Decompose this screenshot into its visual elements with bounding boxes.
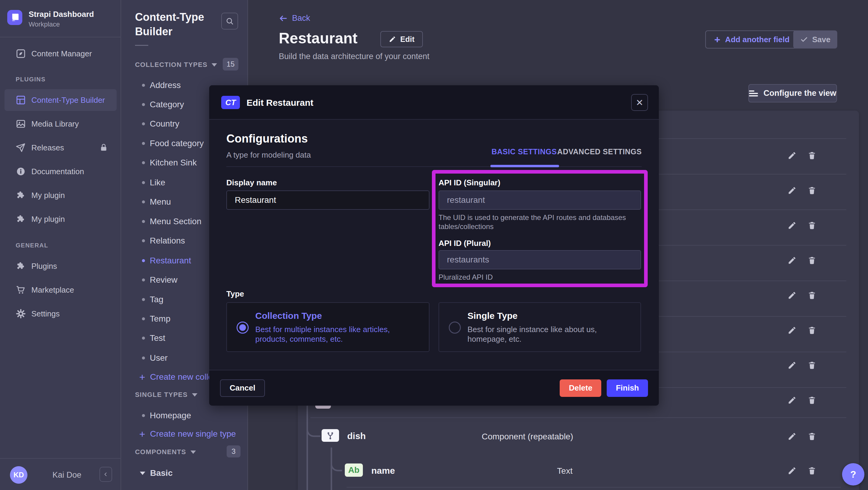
create-collection-type-link[interactable]: + Create new collection type <box>139 367 211 387</box>
item-label: Like <box>150 178 165 187</box>
trash-icon[interactable] <box>807 326 816 335</box>
row-actions <box>787 256 816 265</box>
sidebar-item-marketplace[interactable]: Marketplace <box>4 279 117 301</box>
chevron-left-icon <box>103 471 109 477</box>
single-types-header[interactable]: SINGLE TYPES <box>135 389 197 401</box>
page-title: Restaurant <box>279 30 358 47</box>
pencil-icon[interactable] <box>787 361 797 370</box>
cancel-button[interactable]: Cancel <box>220 379 265 397</box>
trash-icon[interactable] <box>807 151 816 160</box>
avatar[interactable]: KD <box>10 466 27 484</box>
radio-selected-icon[interactable] <box>237 321 249 334</box>
help-button[interactable]: ? <box>842 463 864 486</box>
radio-unselected-icon[interactable] <box>449 321 461 334</box>
pencil-icon[interactable] <box>787 221 797 230</box>
collection-count-badge: 15 <box>223 58 239 70</box>
collection-item-temp[interactable]: Temp <box>142 309 170 329</box>
trash-icon[interactable] <box>807 361 816 370</box>
pencil-icon[interactable] <box>787 256 797 265</box>
trash-icon[interactable] <box>807 432 816 441</box>
link-label: Create new collection type <box>150 372 211 382</box>
sidebar-item-releases[interactable]: Releases <box>4 137 117 158</box>
collection-item-relations[interactable]: Relations <box>142 231 185 250</box>
trash-icon[interactable] <box>807 221 816 230</box>
collection-item-review[interactable]: Review <box>142 270 178 289</box>
edit-label: Edit <box>400 35 414 44</box>
sidebar-item-documentation[interactable]: Documentation <box>4 161 117 182</box>
collection-item-address[interactable]: Address <box>142 75 181 95</box>
collection-item-test[interactable]: Test <box>142 329 165 348</box>
trash-icon[interactable] <box>807 396 816 405</box>
components-header[interactable]: COMPONENTS <box>135 446 196 458</box>
panel-title: Content-Type Builder <box>135 10 216 39</box>
tab-basic-settings[interactable]: BASIC SETTINGS <box>485 146 563 158</box>
item-label: Menu <box>150 197 171 207</box>
sidebar-item-label: Content-Type Builder <box>31 95 105 105</box>
nav-section-general: GENERAL <box>16 242 48 249</box>
collection-item-user[interactable]: User <box>142 348 167 368</box>
collapse-sidebar-button[interactable] <box>99 467 112 482</box>
nav-divider <box>0 37 121 37</box>
sidebar-item-settings[interactable]: Settings <box>4 303 117 325</box>
collection-item-country[interactable]: Country <box>142 114 179 133</box>
save-button[interactable]: Save <box>793 30 837 49</box>
collection-item-kitchen-sink[interactable]: Kitchen Sink <box>142 153 197 172</box>
component-icon <box>325 430 336 440</box>
bullet-icon <box>142 122 145 125</box>
collection-item-food-category[interactable]: Food category <box>142 134 204 153</box>
pencil-icon[interactable] <box>787 326 797 335</box>
collection-item-like[interactable]: Like <box>142 173 165 192</box>
pencil-icon[interactable] <box>787 186 797 195</box>
pencil-icon[interactable] <box>787 432 797 441</box>
trash-icon[interactable] <box>807 291 816 300</box>
row-divider <box>347 487 841 488</box>
collection-item-category[interactable]: Category <box>142 95 184 114</box>
sidebar-item-plugins[interactable]: Plugins <box>4 255 117 277</box>
sidebar-item-content-manager[interactable]: Content Manager <box>4 43 117 64</box>
close-button[interactable]: ✕ <box>631 94 648 111</box>
display-name-input[interactable] <box>226 190 430 210</box>
trash-icon[interactable] <box>807 186 816 195</box>
sidebar-item-my-plugin-1[interactable]: My plugin <box>4 184 117 206</box>
collection-item-menu[interactable]: Menu <box>142 192 171 212</box>
link-label: Create new single type <box>150 429 236 439</box>
single-item-homepage[interactable]: Homepage <box>142 406 191 425</box>
finish-button[interactable]: Finish <box>607 379 648 397</box>
tab-advanced-settings[interactable]: ADVANCED SETTINGS <box>554 146 645 158</box>
bullet-icon <box>142 337 145 340</box>
pencil-icon[interactable] <box>787 151 797 160</box>
collection-item-menu-section[interactable]: Menu Section <box>142 212 201 231</box>
strapi-logo <box>7 10 22 25</box>
bullet-icon <box>142 298 145 301</box>
bullet-icon <box>142 317 145 320</box>
component-group-basic[interactable]: Basic <box>140 463 173 483</box>
api-id-singular-input[interactable] <box>438 190 641 210</box>
delete-button[interactable]: Delete <box>560 379 601 397</box>
configure-view-button[interactable]: Configure the view <box>748 84 837 102</box>
sidebar-item-content-type-builder[interactable]: Content-Type Builder <box>4 89 117 111</box>
back-label: Back <box>292 13 310 23</box>
sidebar-item-my-plugin-2[interactable]: My plugin <box>4 208 117 230</box>
add-another-field-button[interactable]: + Add another field <box>705 30 799 49</box>
trash-icon[interactable] <box>807 256 816 265</box>
tree-line <box>307 404 308 490</box>
paper-plane-icon <box>16 143 26 153</box>
pencil-icon[interactable] <box>787 466 797 475</box>
collection-item-tag[interactable]: Tag <box>142 290 163 309</box>
search-button[interactable] <box>221 13 238 30</box>
pencil-icon[interactable] <box>787 396 797 405</box>
field-name: dish <box>347 431 366 441</box>
collection-type-card[interactable]: Collection Type Best for multiple instan… <box>226 302 430 352</box>
create-single-type-link[interactable]: + Create new single type <box>139 424 236 443</box>
api-id-plural-input[interactable] <box>438 250 641 269</box>
sidebar-item-media-library[interactable]: Media Library <box>4 113 117 135</box>
item-label: Category <box>150 100 184 110</box>
pencil-icon[interactable] <box>787 291 797 300</box>
back-link[interactable]: Back <box>279 13 310 23</box>
collection-types-label: COLLECTION TYPES <box>135 61 207 69</box>
trash-icon[interactable] <box>807 466 816 475</box>
collection-types-header[interactable]: COLLECTION TYPES <box>135 59 217 71</box>
single-type-card[interactable]: Single Type Best for single instance lik… <box>438 302 641 352</box>
edit-button[interactable]: Edit <box>380 31 423 47</box>
collection-item-restaurant[interactable]: Restaurant <box>142 251 191 270</box>
